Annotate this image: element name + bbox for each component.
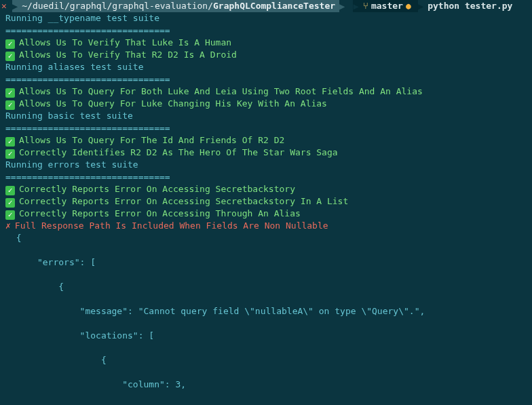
divider: =============================== [5, 24, 527, 37]
test-label: Correctly Reports Error On Accessing Sec… [19, 184, 295, 194]
json-line: { [5, 232, 527, 244]
terminal-output[interactable]: Running __typename test suite===========… [0, 12, 532, 405]
x-icon: ✗ [5, 220, 11, 231]
path-spacer [345, 0, 353, 12]
check-icon: ✓ [5, 88, 15, 98]
powerline-arrow-icon: ▶ [353, 0, 358, 12]
command-input[interactable]: python tester.py [423, 0, 516, 12]
test-row: ✓Correctly Reports Error On Accessing Th… [5, 208, 527, 220]
test-row: ✓Correctly Reports Error On Accessing Se… [5, 183, 527, 195]
check-icon: ✓ [5, 137, 15, 147]
branch-name: master [371, 0, 403, 12]
suite-title: Running errors test suite [5, 159, 527, 171]
git-dirty-dot-icon: ● [406, 0, 411, 12]
test-label: Correctly Identifies R2 D2 As The Hero O… [19, 147, 338, 157]
test-label: Correctly Reports Error On Accessing Thr… [19, 208, 301, 218]
prompt-bar: ✕ ▶ ~/duedil/graphql/graphql-evaluation/… [0, 0, 532, 12]
test-row: ✓Allows Us To Verify That R2 D2 Is A Dro… [5, 49, 527, 61]
path-prefix: ~/duedil/graphql/graphql-evaluation/ [22, 0, 213, 12]
test-row: ✓Allows Us To Query For Luke Changing Hi… [5, 98, 527, 110]
suite-title: Running aliases test suite [5, 61, 527, 73]
powerline-arrow-icon: ▶ [339, 0, 345, 12]
command-text: python tester.py [428, 0, 512, 12]
test-label: Allows Us To Query For Both Luke And Lei… [19, 86, 423, 96]
json-line [5, 293, 527, 305]
check-icon: ✓ [5, 149, 15, 159]
test-label: Allows Us To Verify That R2 D2 Is A Droi… [19, 50, 237, 60]
git-branch: ⑂ master ● [359, 0, 418, 12]
divider: =============================== [5, 73, 527, 85]
check-icon: ✓ [5, 52, 15, 61]
test-label: Allows Us To Query For Luke Changing His… [19, 98, 327, 109]
check-icon: ✓ [5, 39, 15, 49]
check-icon: ✓ [5, 100, 15, 110]
check-icon: ✓ [5, 186, 15, 195]
test-row: ✓Correctly Reports Error On Accessing Se… [5, 195, 527, 208]
json-line [5, 244, 527, 256]
json-line: "locations": [ [5, 330, 527, 342]
test-row: ✓Allows Us To Verify That Luke Is A Huma… [5, 37, 527, 49]
check-icon: ✓ [5, 210, 15, 220]
powerline-arrow-icon: ▶ [418, 0, 423, 12]
json-line [5, 269, 527, 281]
json-line [5, 342, 527, 354]
cwd-path: ~/duedil/graphql/graphql-evaluation/Grap… [18, 0, 339, 12]
test-label: Allows Us To Query For The Id And Friend… [19, 135, 284, 145]
test-label: Correctly Reports Error On Accessing Sec… [19, 196, 348, 206]
test-row: ✗Full Response Path Is Included When Fie… [5, 220, 527, 232]
check-icon: ✓ [5, 198, 15, 208]
json-line [5, 317, 527, 330]
suite-title: Running __typename test suite [5, 12, 527, 24]
json-line: "errors": [ [5, 256, 527, 269]
test-row: ✓Allows Us To Query For Both Luke And Le… [5, 85, 527, 98]
json-line: { [5, 281, 527, 293]
test-row: ✓Allows Us To Query For The Id And Frien… [5, 134, 527, 147]
test-row: ✓Correctly Identifies R2 D2 As The Hero … [5, 147, 527, 159]
test-label: Allows Us To Verify That Luke Is A Human [19, 37, 231, 47]
json-line: { [5, 354, 527, 366]
json-line [5, 366, 527, 379]
suite-title: Running basic test suite [5, 110, 527, 122]
divider: =============================== [5, 171, 527, 183]
close-icon: ✕ [0, 0, 12, 12]
branch-icon: ⑂ [363, 0, 368, 12]
divider: =============================== [5, 122, 527, 134]
path-folder: GraphQLComplianceTester [213, 0, 335, 12]
json-line: "column": 3, [5, 379, 527, 391]
test-label: Full Response Path Is Included When Fiel… [15, 220, 328, 231]
json-line: "message": "Cannot query field \"nullabl… [5, 305, 527, 317]
json-line [5, 391, 527, 403]
powerline-arrow-icon: ▶ [12, 0, 18, 12]
